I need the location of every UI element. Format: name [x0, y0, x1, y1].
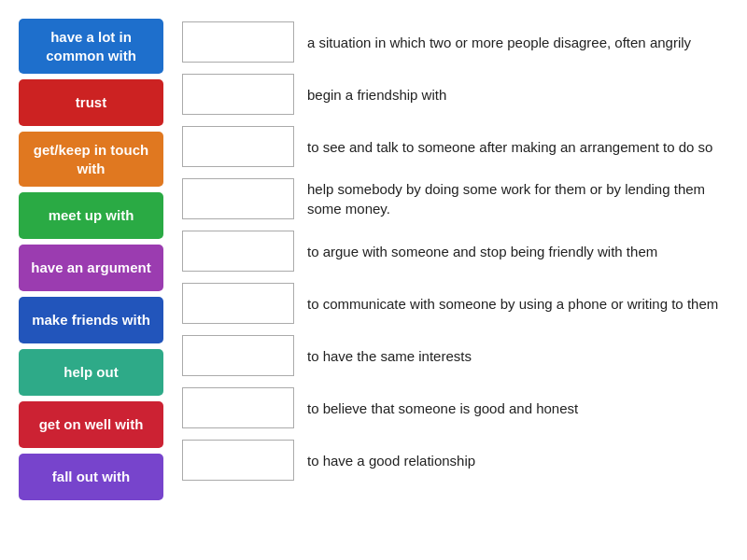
definition-7: to have the same interests — [307, 346, 728, 366]
answer-box-1[interactable] — [182, 21, 294, 63]
answer-box-3[interactable] — [182, 126, 294, 167]
definition-5: to argue with someone and stop being fri… — [307, 242, 728, 261]
answer-box-2[interactable] — [182, 74, 294, 115]
phrase-9[interactable]: fall out with — [19, 454, 163, 500]
phrase-column: have a lot in common withtrustget/keep i… — [19, 19, 163, 500]
phrase-5[interactable]: have an argument — [19, 245, 163, 291]
phrase-6[interactable]: make friends with — [19, 297, 163, 343]
definition-8: to believe that someone is good and hone… — [307, 399, 728, 418]
definition-column: a situation in which two or more people … — [182, 19, 728, 483]
definition-1: a situation in which two or more people … — [307, 33, 728, 52]
match-row-1: a situation in which two or more people … — [182, 19, 728, 65]
definition-9: to have a good relationship — [307, 451, 728, 470]
definition-3: to see and talk to someone after making … — [307, 137, 728, 157]
phrase-4[interactable]: meet up with — [19, 192, 163, 239]
phrase-7[interactable]: help out — [19, 349, 163, 396]
match-row-9: to have a good relationship — [182, 437, 728, 483]
match-row-4: help somebody by doing some work for the… — [182, 175, 728, 222]
definition-4: help somebody by doing some work for the… — [307, 179, 728, 218]
answer-box-6[interactable] — [182, 283, 294, 324]
definition-6: to communicate with someone by using a p… — [307, 294, 728, 314]
phrase-8[interactable]: get on well with — [19, 401, 163, 448]
match-row-7: to have the same interests — [182, 332, 728, 379]
match-row-3: to see and talk to someone after making … — [182, 123, 728, 170]
answer-box-5[interactable] — [182, 231, 294, 272]
answer-box-8[interactable] — [182, 387, 294, 428]
phrase-2[interactable]: trust — [19, 79, 163, 126]
answer-box-9[interactable] — [182, 440, 294, 481]
match-row-2: begin a friendship with — [182, 71, 728, 118]
match-row-8: to believe that someone is good and hone… — [182, 385, 728, 431]
phrase-3[interactable]: get/keep in touch with — [19, 132, 163, 187]
main-container: have a lot in common withtrustget/keep i… — [19, 19, 728, 500]
answer-box-4[interactable] — [182, 178, 294, 219]
phrase-1[interactable]: have a lot in common with — [19, 19, 163, 74]
definition-2: begin a friendship with — [307, 85, 728, 105]
answer-box-7[interactable] — [182, 335, 294, 376]
match-row-6: to communicate with someone by using a p… — [182, 280, 728, 327]
match-row-5: to argue with someone and stop being fri… — [182, 228, 728, 274]
